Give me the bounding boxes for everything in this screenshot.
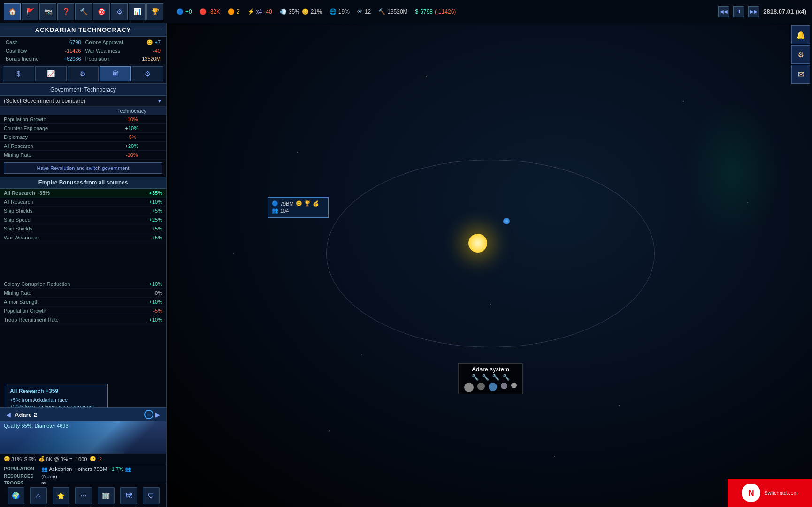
empire-stats: Cash 6798 Colony Approval 😊 +7 Cashflow … <box>0 37 166 64</box>
list-item: Mining Rate 0% <box>0 289 166 298</box>
bonuses-container: All Research +35% +35% All Research +10%… <box>0 189 166 324</box>
list-item: Colony Corruption Reduction +10% <box>0 280 166 289</box>
bonus-table-2: Colony Corruption Reduction +10% Mining … <box>0 280 166 324</box>
system-icons: 🔧🔧🔧🔧 <box>464 374 517 381</box>
tab-other[interactable]: ⚙ <box>132 66 163 81</box>
side-panel: ACKDARIAN TECHNOCRACY Cash 6798 Colony A… <box>0 23 167 507</box>
table-row: Population Growth -10% <box>0 115 166 124</box>
empire-title-deco: ACKDARIAN TECHNOCRACY <box>4 26 162 33</box>
table-row: Diplomacy -5% <box>0 133 166 142</box>
system-label: Adare system 🔧🔧🔧🔧 <box>458 363 523 394</box>
panel-content[interactable]: Government: Technocracy (Select Governme… <box>0 84 166 407</box>
top-stats: 🔵 +0 🔴 -32K 🟠 2 ⚡ x4 -40 💨 35% 😊 21% 🌐 1… <box>169 8 718 15</box>
top-bar: 🏠 🚩 📷 ❓ 🔨 🎯 ⚙ 📊 🏆 🔵 +0 🔴 -32K 🟠 2 ⚡ x4 -… <box>0 0 812 23</box>
tab-settings2[interactable]: ⚙ <box>68 66 99 81</box>
star-icon-btn[interactable]: ⭐ <box>53 487 69 504</box>
stat-bonus-income-row: Bonus Income +62086 <box>4 55 83 62</box>
map-icon-btn[interactable]: 🗺 <box>120 487 137 504</box>
stat-fleets: 🟠 2 <box>228 8 240 15</box>
list-item: Population Growth -5% <box>0 307 166 315</box>
planet-name: Adare 2 <box>15 411 144 418</box>
list-item: All Research +10% <box>0 198 166 207</box>
revolution-button[interactable]: Have Revolution and switch government <box>4 162 162 174</box>
planet-resources-row: RESOURCES (None) <box>4 474 162 479</box>
government-header: Government: Technocracy <box>0 84 166 96</box>
home-icon-btn[interactable]: 🏠 <box>4 3 21 20</box>
planet-cashflow-stat: $6% <box>24 456 36 462</box>
switch-text: Switchntd.com <box>764 490 798 496</box>
building-icon-btn[interactable]: 🏢 <box>98 487 115 504</box>
nebula-decoration <box>686 101 780 242</box>
pause-btn[interactable]: ⏸ <box>733 6 744 17</box>
stat-shields: 💨 35% 😊 21% <box>280 8 322 15</box>
date-display: 2818.07.01 (x4) <box>763 8 806 15</box>
stat-cash: $ 6798 (-11426) <box>415 8 456 15</box>
planet-happiness-stat: 😐-2 <box>90 456 102 462</box>
list-item: War Weariness +5% <box>0 233 166 242</box>
space-background: 🔵 79BM 😊 🏆 💰 👥 104 Adare system 🔧🔧🔧🔧 <box>169 0 812 507</box>
list-item: Armor Strength +10% <box>0 298 166 307</box>
stat-credits: 🔵 +0 <box>176 8 192 15</box>
table-row: Counter Espionage +10% <box>0 124 166 133</box>
stat-population: 🔨 13520M <box>378 8 407 15</box>
planet-population-row: POPULATION 👥 Ackdarian + others 79BM +1.… <box>4 466 162 472</box>
switch-logo-icon: N <box>742 484 760 502</box>
target-icon-btn[interactable]: 🎯 <box>93 3 110 20</box>
panel-tabs: $ 📈 ⚙ 🏛 ⚙ <box>0 64 166 84</box>
tab-economy[interactable]: $ <box>3 66 34 81</box>
stat-research: 🌐 19% <box>329 8 350 15</box>
tooltip-population: 🔵 79BM 😊 🏆 💰 <box>272 200 324 207</box>
stat-cashflow-row: Cashflow -11426 <box>4 47 83 54</box>
planet-orbit-tooltip[interactable]: 🔵 79BM 😊 🏆 💰 👥 104 <box>268 197 329 218</box>
system-name: Adare system <box>464 366 517 373</box>
bonuses-header: Empire Bonuses from all sources <box>0 177 166 189</box>
stat-population-row: Population 13520M <box>84 55 163 62</box>
tooltip-line-1: +5% from Ackdarian race <box>10 397 103 403</box>
empire-title: ACKDARIAN TECHNOCRACY <box>35 26 131 33</box>
flag-icon-btn[interactable]: 🚩 <box>22 3 38 20</box>
list-item: All Research +35% +35% <box>0 189 166 198</box>
stat-colony-approval-row: Colony Approval 😊 +7 <box>84 38 163 46</box>
tools-icon-btn[interactable]: 🔨 <box>75 3 92 20</box>
tab-charts[interactable]: 📈 <box>35 66 67 81</box>
government-compare-dropdown[interactable]: (Select Government to compare) ▼ <box>0 96 166 107</box>
chart-icon-btn[interactable]: 📊 <box>129 3 146 20</box>
fast-forward-btn[interactable]: ▶▶ <box>748 6 759 17</box>
planet-panel-header: ◀ Adare 2 ◎ ▶ <box>0 408 166 421</box>
planet-indicator-icon: ◎ <box>144 410 153 419</box>
top-right: ◀◀ ⏸ ▶▶ 2818.07.01 (x4) <box>718 6 812 17</box>
planet-icon-btn[interactable]: 🌍 <box>8 487 24 504</box>
planet-morale-stat: 😊31% <box>4 456 22 462</box>
trophy-icon-btn[interactable]: 🏆 <box>146 3 163 20</box>
table-row: All Research +20% <box>0 142 166 151</box>
notification-btn[interactable]: 🔔 <box>791 25 810 44</box>
stat-ships: 👁 12 <box>357 8 371 15</box>
table-row: Mining Rate -10% <box>0 151 166 160</box>
nintendo-switch-badge: N Switchntd.com <box>728 479 812 507</box>
planet-prev-btn[interactable]: ◀ <box>4 411 13 418</box>
tooltip-line-2: +20% from Technocracy government <box>10 404 103 407</box>
bottom-icons: 🌍 ⚠ ⭐ ⋯ 🏢 🗺 🛡 <box>0 484 167 507</box>
empire-header: ACKDARIAN TECHNOCRACY <box>0 23 166 37</box>
planet-stats-row: 😊31% $6% 💰8K @ 0% = -1000 😐-2 <box>0 454 166 464</box>
planet-next-btn[interactable]: ▶ <box>153 411 162 418</box>
messages-btn[interactable]: ✉ <box>791 65 810 84</box>
right-buttons: 🔔 ⚙ ✉ <box>789 23 812 85</box>
camera-icon-btn[interactable]: 📷 <box>39 3 56 20</box>
alert-icon-btn[interactable]: ⚠ <box>30 487 47 504</box>
shield-icon-btn[interactable]: 🛡 <box>143 487 160 504</box>
empire-btn[interactable]: ⚙ <box>791 45 810 64</box>
dots-icon-btn[interactable]: ⋯ <box>75 487 92 504</box>
stat-cash-row: Cash 6798 <box>4 38 83 46</box>
rewind-btn[interactable]: ◀◀ <box>718 6 729 17</box>
stat-speed: ⚡ x4 -40 <box>247 8 272 15</box>
star <box>468 234 487 253</box>
tooltip-title: All Research +359 <box>10 388 103 394</box>
list-item: Ship Shields +5% <box>0 207 166 215</box>
all-research-tooltip: All Research +359 +5% from Ackdarian rac… <box>5 384 108 407</box>
help-icon-btn[interactable]: ❓ <box>57 3 74 20</box>
tab-government[interactable]: 🏛 <box>100 66 131 81</box>
settings-icon-btn[interactable]: ⚙ <box>111 3 128 20</box>
stat-production: 🔴 -32K <box>199 8 220 15</box>
orbital-ring <box>326 160 655 347</box>
